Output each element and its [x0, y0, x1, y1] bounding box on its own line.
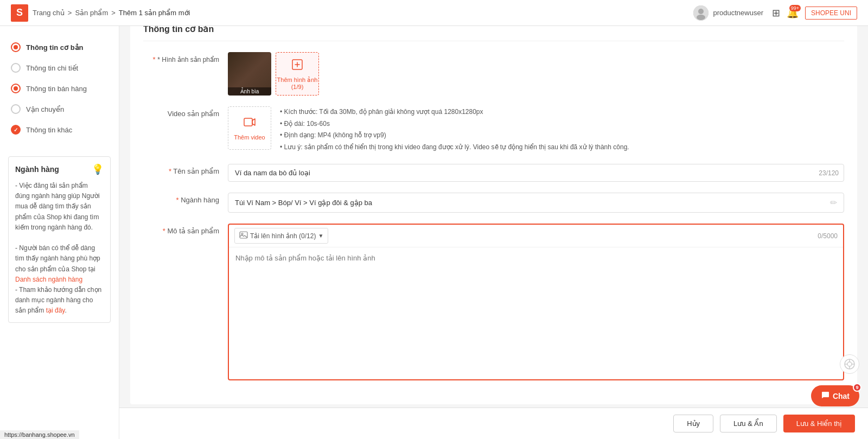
step-icon-van-chuyen [11, 104, 21, 114]
video-label: Video sản phẩm [143, 106, 219, 118]
description-content: Tải lên hình ảnh (0/12) ▼ 0/5000 [228, 224, 844, 380]
sidebar-step-khac[interactable]: Thông tin khác [0, 119, 119, 140]
image-upload-area: Ảnh bìa Thêm hình ảnh (1/9) [228, 52, 844, 96]
video-hint-4: • Lưu ý: sản phẩm có thể hiển thị trong … [280, 142, 629, 154]
nganh-hang-label: * Ngành hàng [143, 193, 219, 204]
video-upload-area: Thêm video • Kích thước: Tối đa 30Mb, độ… [228, 106, 844, 153]
product-name-content: 23/120 [228, 164, 844, 182]
add-image-button[interactable]: Thêm hình ảnh (1/9) [276, 52, 319, 96]
breadcrumb-sep1: > [68, 9, 72, 17]
cancel-button[interactable]: Hủy [673, 415, 713, 432]
save-hide-button[interactable]: Lưu & Ẩn [720, 415, 777, 432]
product-name-wrap: 23/120 [228, 164, 844, 182]
video-icon [243, 116, 256, 132]
step-icon-co-ban [11, 42, 21, 52]
upload-image-button[interactable]: Tải lên hình ảnh (0/12) ▼ [234, 228, 328, 244]
add-video-button[interactable]: Thêm video [228, 106, 271, 150]
nganh-hang-box-text: - Việc đăng tải sản phẩm đúng ngành hàng… [15, 181, 104, 316]
product-name-row: * Tên sản phẩm 23/120 [143, 164, 844, 182]
breadcrumb-products[interactable]: Sản phẩm [75, 9, 108, 17]
sidebar-step-label-van-chuyen: Vận chuyển [26, 105, 64, 113]
sidebar-steps: Thông tin cơ bản Thông tin chi tiết Thôn… [0, 37, 119, 151]
sidebar-step-label-ban-hang: Thông tin bán hàng [26, 85, 87, 93]
sidebar: Thông tin cơ bản Thông tin chi tiết Thôn… [0, 26, 119, 439]
product-thumbnail[interactable]: Ảnh bìa [228, 52, 271, 96]
dropdown-icon: ▼ [318, 233, 323, 239]
save-show-button[interactable]: Lưu & Hiển thị [783, 415, 855, 432]
nav-left: S Trang chủ > Sản phẩm > Thêm 1 sản phẩm… [11, 4, 190, 22]
product-image-content: Ảnh bìa Thêm hình ảnh (1/9) [228, 52, 844, 96]
shopee-uni-button[interactable]: SHOPEE UNI [805, 7, 857, 20]
support-icon[interactable] [840, 354, 859, 374]
top-nav: S Trang chủ > Sản phẩm > Thêm 1 sản phẩm… [0, 0, 868, 26]
chat-icon [821, 391, 829, 401]
breadcrumb-home[interactable]: Trang chủ [33, 9, 65, 17]
upload-image-label: Tải lên hình ảnh (0/12) [250, 232, 316, 240]
edit-icon[interactable]: ✏ [830, 198, 837, 208]
video-row: Video sản phẩm Thêm video • Kích thước: … [143, 106, 844, 153]
description-char-count: 0/5000 [818, 232, 838, 240]
description-textarea[interactable] [229, 247, 843, 378]
chat-button[interactable]: Chat 9 [811, 385, 859, 406]
svg-rect-5 [240, 232, 247, 238]
section-title: Thông tin cơ bản [143, 24, 844, 41]
svg-rect-4 [244, 118, 252, 126]
breadcrumb-current: Thêm 1 sản phẩm mới [119, 9, 190, 17]
sidebar-step-label-chi-tiet: Thông tin chi tiết [26, 64, 78, 72]
main-content: Thông tin cơ bản * * Hình ảnh sản phẩm Ả… [119, 0, 868, 439]
image-icon [239, 231, 248, 241]
product-name-char-count: 23/120 [819, 169, 839, 177]
sidebar-step-van-chuyen[interactable]: Vận chuyển [0, 99, 119, 119]
add-image-label: Thêm hình ảnh (1/9) [276, 77, 318, 90]
nganh-hang-link1[interactable]: Danh sách ngành hàng [15, 276, 82, 283]
nganh-hang-content: Túi Ví Nam > Bóp/ Ví > Ví gập đôi & gập … [228, 193, 844, 213]
video-content: Thêm video • Kích thước: Tối đa 30Mb, độ… [228, 106, 844, 153]
chat-badge: 9 [853, 383, 861, 392]
svg-point-8 [847, 362, 852, 366]
step-icon-khac [11, 125, 21, 135]
user-info: productnewuser [693, 5, 763, 21]
shopee-logo: S [11, 4, 28, 22]
notification-badge: 99+ [789, 5, 801, 11]
sidebar-step-chi-tiet[interactable]: Thông tin chi tiết [0, 58, 119, 78]
description-area: Tải lên hình ảnh (0/12) ▼ 0/5000 [228, 224, 844, 380]
description-label: * Mô tả sản phẩm [143, 224, 219, 235]
product-name-input[interactable] [228, 164, 844, 182]
nganh-hang-info-box: Ngành hàng 💡 - Việc đăng tải sản phẩm đú… [8, 156, 111, 323]
bottom-bar: Hủy Lưu & Ẩn Lưu & Hiển thị [119, 408, 868, 439]
video-hints: • Kích thước: Tối đa 30Mb, độ phân giải … [280, 106, 629, 153]
nganh-hang-value: Túi Ví Nam > Bóp/ Ví > Ví gập đôi & gập … [235, 199, 372, 207]
user-avatar [693, 5, 709, 21]
nav-icons: ⊞ 🔔 99+ SHOPEE UNI [772, 7, 857, 20]
sidebar-step-label-khac: Thông tin khác [26, 126, 72, 134]
video-hint-3: • Định dạng: MP4 (không hỗ trợ vp9) [280, 130, 629, 142]
username: productnewuser [713, 9, 763, 17]
product-image-label: * * Hình ảnh sản phẩm [143, 52, 219, 63]
nganh-hang-field[interactable]: Túi Ví Nam > Bóp/ Ví > Ví gập đôi & gập … [228, 193, 844, 213]
nganh-hang-link2[interactable]: tại đây [46, 307, 65, 314]
sidebar-step-label-co-ban: Thông tin cơ bản [26, 43, 84, 52]
nganh-hang-row: * Ngành hàng Túi Ví Nam > Bóp/ Ví > Ví g… [143, 193, 844, 213]
notification-button[interactable]: 🔔 99+ [787, 7, 799, 19]
basic-info-card: Thông tin cơ bản * * Hình ảnh sản phẩm Ả… [130, 11, 857, 404]
breadcrumb: Trang chủ > Sản phẩm > Thêm 1 sản phẩm m… [33, 9, 190, 17]
url-bar: https://banhang.shopee.vn [0, 430, 79, 439]
add-video-label: Thêm video [234, 134, 265, 141]
description-row: * Mô tả sản phẩm Tải lên hình ảnh (0/12)… [143, 224, 844, 380]
product-name-label: * Tên sản phẩm [143, 164, 219, 175]
sidebar-step-ban-hang[interactable]: Thông tin bán hàng [0, 78, 119, 99]
thumbnail-label: Ảnh bìa [228, 87, 271, 96]
step-icon-ban-hang [11, 84, 21, 93]
add-image-icon [291, 58, 304, 74]
step-icon-chi-tiet [11, 63, 21, 73]
svg-point-1 [698, 9, 704, 14]
sidebar-step-co-ban[interactable]: Thông tin cơ bản [0, 37, 119, 58]
chat-label: Chat [833, 392, 850, 400]
grid-icon[interactable]: ⊞ [772, 7, 780, 19]
nav-right: productnewuser ⊞ 🔔 99+ SHOPEE UNI [693, 5, 857, 21]
description-toolbar: Tải lên hình ảnh (0/12) ▼ 0/5000 [229, 225, 843, 247]
bulb-icon: 💡 [92, 163, 104, 175]
svg-point-2 [697, 15, 705, 20]
breadcrumb-sep2: > [111, 9, 116, 17]
video-hint-1: • Kích thước: Tối đa 30Mb, độ phân giải … [280, 106, 629, 118]
